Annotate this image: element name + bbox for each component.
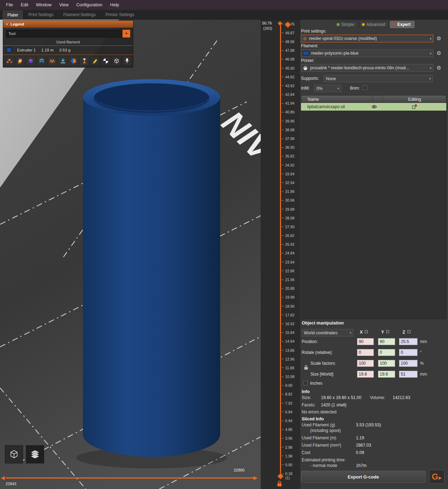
inches-label: Inches <box>310 381 322 386</box>
menu-item-help[interactable]: Help <box>106 1 123 9</box>
3d-editor-view-button[interactable] <box>5 445 23 463</box>
menu-item-file[interactable]: File <box>2 1 17 9</box>
axis-z-icon[interactable] <box>407 330 411 333</box>
name-column-header: Name <box>301 96 372 103</box>
size-label: Size: <box>302 395 311 400</box>
inches-checkbox[interactable] <box>303 381 308 385</box>
layer-slider-bottom-layer: (1) <box>285 476 290 480</box>
menu-item-window[interactable]: Window <box>32 1 55 9</box>
sliced-used-filament-mm-value: 2867.03 <box>356 443 371 448</box>
mode-label: Expert <box>397 22 410 27</box>
tab-filament-settings[interactable]: Filament Settings <box>58 10 101 19</box>
scene-canvas[interactable]: NIV <box>0 20 261 489</box>
position-z-input[interactable] <box>399 338 418 345</box>
print-profile-gear-icon: ⚙ <box>303 36 307 41</box>
legend-view-select[interactable]: Tool <box>6 30 130 37</box>
errors-status: No errors detected <box>302 410 336 414</box>
export-gcode-button[interactable]: Export G-code <box>301 471 426 483</box>
rotate-relative-z-input[interactable] <box>399 349 418 356</box>
sliced-cost-value: 0.09 <box>356 450 364 455</box>
mode-simple[interactable]: Simple <box>334 21 358 28</box>
axis-x-icon[interactable] <box>365 330 368 333</box>
facets-value: 1420 (1 shell) <box>321 403 346 407</box>
checkerboard-sphere-icon[interactable] <box>102 57 110 65</box>
size-world-y-input[interactable] <box>378 371 395 378</box>
facets-label: Facets: <box>302 403 315 407</box>
solid-object-icon[interactable] <box>16 57 24 65</box>
menu-item-edit[interactable]: Edit <box>17 1 32 9</box>
insert-down-icon[interactable] <box>59 57 67 65</box>
scale-lock-button[interactable] <box>304 365 308 371</box>
supports-select[interactable]: None ▾ <box>324 75 433 82</box>
paint-dots-icon[interactable] <box>5 57 14 65</box>
collapse-triangle-icon: ▼ <box>6 23 8 26</box>
menu-item-view[interactable]: View <box>55 1 72 9</box>
menu-item-configuration[interactable]: Configuration <box>72 1 106 9</box>
chevron-down-icon: ▾ <box>429 77 431 81</box>
extruder-filament-length: 1.19 m <box>41 48 54 52</box>
h-slider-left-handle[interactable]: ◀ <box>1 475 5 481</box>
tab-printer-settings[interactable]: Printer Settings <box>100 10 139 19</box>
volume-label: Volume: <box>370 395 385 400</box>
size-value: 19.60 x 19.60 x 51.00 <box>321 395 361 400</box>
infill-select[interactable]: 0% ▾ <box>314 85 341 92</box>
print-settings-select[interactable]: ⚙ reeder-spiral-032z-coarse (modified) ▾ <box>301 35 433 42</box>
h-slider-right-handle[interactable]: ▶ <box>253 475 258 481</box>
printer-gear-button[interactable]: ⚙ <box>436 64 442 71</box>
print-settings-gear-button[interactable]: ⚙ <box>436 35 442 42</box>
hourglass-icon[interactable] <box>80 57 89 65</box>
wireframe-cube-icon[interactable] <box>112 57 121 65</box>
size-world-x-input[interactable] <box>357 371 374 378</box>
filament-select[interactable]: reeder-polysonic-pla-blue ▾ <box>301 49 433 57</box>
position-x-input[interactable] <box>357 338 374 345</box>
axis-y-icon[interactable] <box>386 330 389 333</box>
layer-slider-track[interactable] <box>280 23 281 477</box>
object-row[interactable]: lipbalzamulcxapo.stl <box>301 103 446 111</box>
object-editing-toggle[interactable] <box>383 104 446 109</box>
sliced-cost: Cost <box>302 450 310 455</box>
teal-chevrons-icon[interactable] <box>37 57 46 65</box>
object-visibility-toggle[interactable] <box>366 105 383 109</box>
size-world-z-input[interactable] <box>399 371 418 378</box>
layers-stack-icon <box>29 448 41 460</box>
send-gcode-button[interactable]: G ▶ <box>429 470 444 484</box>
unit-label: mm <box>420 339 427 344</box>
pushpin-icon[interactable] <box>123 57 131 65</box>
axis-x-label: X <box>360 330 363 335</box>
3d-viewport[interactable]: NIV ▼ Legend Tool ▼ Used filament Extru <box>0 20 261 489</box>
mode-expert[interactable]: Expert <box>390 21 414 28</box>
extruder-name: Extruder 1 <box>17 48 36 52</box>
manip-label-size-world: Size [World]: <box>310 372 334 377</box>
h-slider-track[interactable] <box>6 477 253 478</box>
marker-pen-icon[interactable] <box>91 57 99 65</box>
two-tone-drop-icon[interactable] <box>69 57 78 65</box>
brim-checkbox[interactable] <box>363 85 367 90</box>
preview-layers-view-button[interactable] <box>26 445 44 463</box>
extruder-row: Extruder 1 1.19 m 3.53 g <box>3 46 133 55</box>
mode-advanced[interactable]: Advanced <box>359 21 389 28</box>
object-list[interactable] <box>301 95 446 319</box>
position-y-input[interactable] <box>378 338 395 345</box>
unit-label: mm <box>420 372 427 377</box>
rotate-relative-y-input[interactable] <box>378 349 395 356</box>
scale-factors-z-input[interactable] <box>399 360 418 367</box>
sliced-used-filament-mm: Used Filament (mm³) <box>302 443 341 448</box>
printer-icon <box>303 66 308 70</box>
layer-slider-lock-button[interactable] <box>276 480 282 488</box>
printer-select[interactable]: prusalink * reeder-bondtech-prusa-miniis… <box>301 64 433 72</box>
legend-header[interactable]: ▼ Legend <box>3 21 133 28</box>
scale-factors-y-input[interactable] <box>378 360 395 367</box>
tab-plater[interactable]: Plater <box>2 10 23 19</box>
chevron-down-icon: ▾ <box>430 37 432 41</box>
tab-print-settings[interactable]: Print Settings <box>23 10 58 19</box>
model-cylinder-hole <box>93 83 210 113</box>
purple-layers-icon[interactable] <box>27 57 35 65</box>
orange-zigzag-icon[interactable] <box>48 57 56 65</box>
legend-view-dropdown-button[interactable]: ▼ <box>122 30 130 37</box>
mode-label: Simple <box>341 22 354 27</box>
scale-factors-x-input[interactable] <box>357 360 374 367</box>
rotate-relative-x-input[interactable] <box>357 349 374 356</box>
coordinates-select[interactable]: World coordinates ▾ <box>302 329 354 336</box>
model-cylinder[interactable] <box>83 98 220 457</box>
filament-gear-button[interactable]: ⚙ <box>436 50 442 57</box>
